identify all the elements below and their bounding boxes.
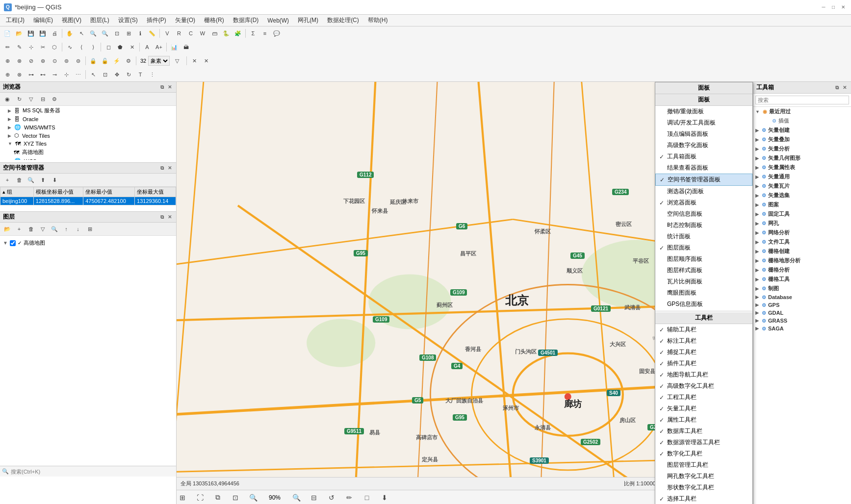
filter-btn[interactable]: ▽ (172, 55, 182, 66)
toolbar-menu-item-11[interactable]: 数字化工具栏 (655, 448, 752, 459)
toolbox-section-gdal[interactable]: ▶ ⚙ GDAL (753, 309, 851, 317)
bottom-extent-btn[interactable]: ⊟ (308, 492, 320, 504)
label-btn2[interactable]: A+ (154, 42, 164, 52)
browser-panel-undock[interactable]: ⧉ (159, 84, 165, 91)
select-feat-btn[interactable]: ◻ (103, 42, 114, 52)
db-manager-btn[interactable]: 🗃 (209, 28, 220, 39)
toolbar-menu-item-0[interactable]: 辅助工具栏 (655, 324, 752, 335)
bottom-box-btn[interactable]: □ (361, 492, 373, 504)
toolbox-section-vec-create[interactable]: ▶ ⚙ 矢量创建 (753, 126, 851, 135)
sum-btn[interactable]: Σ (248, 28, 258, 39)
pan-btn[interactable]: ✋ (64, 28, 75, 39)
python-btn[interactable]: 🐍 (221, 28, 232, 39)
print-btn[interactable]: 🖨 (49, 28, 60, 39)
toolbar-menu-item-4[interactable]: 地图导航工具栏 (655, 369, 752, 380)
deselect-btn[interactable]: ✕ (127, 42, 137, 52)
toolbar-menu-item-7[interactable]: 矢量工具栏 (655, 403, 752, 414)
r3-btn4[interactable]: ⊛ (37, 55, 48, 66)
panel-menu-item-8[interactable]: 浏览器面板 (655, 197, 752, 208)
panel-menu-item-0[interactable]: 撤销/重做面板 (655, 106, 752, 117)
close-button[interactable]: ✕ (839, 3, 847, 11)
toolbox-close-btn[interactable]: ✕ (841, 84, 848, 91)
toolbar-menu-item-13[interactable]: 网孔数字化工具栏 (655, 471, 752, 482)
r4-btn6[interactable]: ⊹ (61, 69, 72, 80)
toolbox-section-vec-attr[interactable]: ▶ ⚙ 矢量属性表 (753, 163, 851, 172)
r3-btn5[interactable]: ⊙ (49, 55, 60, 66)
panel-menu-item-5[interactable]: 结果查看器面板 (655, 162, 752, 174)
toolbox-section-network[interactable]: ▶ ⚙ 网络分析 (753, 228, 851, 237)
measure-btn[interactable]: 📏 (147, 28, 157, 39)
identify-btn[interactable]: ℹ (135, 28, 146, 39)
toolbox-section-raster-tool[interactable]: ▶ ⚙ 栅格工具 (753, 275, 851, 284)
panel-menu-item-4[interactable]: 工具箱面板 (655, 151, 752, 162)
panel-menu-item-16[interactable]: 鹰眼图面板 (655, 287, 752, 299)
save-btn[interactable]: 💾 (26, 28, 36, 39)
layers-up-btn[interactable]: ↑ (61, 224, 72, 234)
zoom-extent-btn[interactable]: ⊡ (111, 28, 122, 39)
r3-btn2[interactable]: ⊗ (14, 55, 25, 66)
snap-btn[interactable]: ✕ (189, 55, 200, 66)
add-raster-btn[interactable]: R (174, 28, 184, 39)
digitize-btn3[interactable]: ⊹ (26, 42, 36, 52)
browser-item-gaode[interactable]: 🗺 高德地图 (0, 148, 176, 157)
browser-item-wcs[interactable]: ▶ 🌐 WCS (0, 157, 176, 160)
browser-item-oracle[interactable]: ▶ 🗄 Oracle (0, 115, 176, 123)
r3-btn10[interactable]: ⚡ (111, 55, 122, 66)
panel-menu-item-15[interactable]: 瓦片比例面板 (655, 276, 752, 287)
toolbox-section-raster-create[interactable]: ▶ ⚙ 栅格创建 (753, 247, 851, 256)
new-project-btn[interactable]: 📄 (2, 28, 13, 39)
r3-btn1[interactable]: ⊕ (2, 55, 13, 66)
panel-menu-item-17[interactable]: GPS信息面板 (655, 299, 752, 310)
r4-btn5[interactable]: ⊸ (49, 69, 60, 80)
browser-item-vectortiles[interactable]: ▶ ⬡ Vector Tiles (0, 131, 176, 140)
toolbox-section-vec-geo[interactable]: ▶ ⚙ 矢量几何图形 (753, 153, 851, 163)
toolbox-section-raster-analysis[interactable]: ▶ ⚙ 栅格分析 (753, 265, 851, 275)
toolbox-section-cartography[interactable]: ▶ ⚙ 制图 (753, 284, 851, 293)
zoom-full-btn[interactable]: ⊞ (123, 28, 134, 39)
menu-edit[interactable]: 编辑(E) (29, 15, 57, 25)
menu-project[interactable]: 工程(J) (2, 15, 28, 25)
save-as-btn[interactable]: 💾 (37, 28, 48, 39)
panel-menu-item-13[interactable]: 图层顺序面板 (655, 253, 752, 265)
bookmarks-panel-undock[interactable]: ⧉ (159, 165, 165, 172)
browser-item-wmswmts[interactable]: ▶ 🌐 WMS/WMTS (0, 123, 176, 131)
select-btn[interactable]: ↖ (76, 28, 87, 39)
layer-visible-checkbox[interactable] (10, 240, 16, 246)
bm-zoom-btn[interactable]: 🔍 (26, 175, 36, 185)
menu-layer[interactable]: 图层(L) (86, 15, 113, 25)
r4-btn2[interactable]: ⊗ (14, 69, 25, 80)
toolbox-section-pattern[interactable]: ▶ ⚙ 图案 (753, 200, 851, 209)
r3-btn11[interactable]: ⚙ (123, 55, 134, 66)
label-btn1[interactable]: A (142, 42, 153, 52)
digitize-btn5[interactable]: ⬡ (49, 42, 60, 52)
adv-digit-btn1[interactable]: ∿ (64, 42, 75, 52)
minimize-button[interactable]: ─ (820, 3, 827, 11)
zoom-in-btn[interactable]: 🔍 (88, 28, 99, 39)
toolbar-menu-item-6[interactable]: 工程工具栏 (655, 392, 752, 403)
menu-settings[interactable]: 设置(S) (114, 15, 142, 25)
browser-refresh-btn[interactable]: ↻ (14, 94, 25, 104)
browser-item-mssql[interactable]: ▶ 🗄 MS SQL 服务器 (0, 106, 176, 115)
panel-menu-item-10[interactable]: 时态控制面板 (655, 220, 752, 231)
panel-menu-item-1[interactable]: 调试/开发工具面板 (655, 117, 752, 128)
r3-btn7[interactable]: ⊜ (73, 55, 83, 66)
menu-processing[interactable]: 数据处理(C) (323, 15, 363, 25)
zoom-out-btn[interactable]: 🔍 (100, 28, 110, 39)
menu-mesh[interactable]: 网孔(M) (294, 15, 322, 25)
adv-digit-btn2[interactable]: ⟨ (76, 42, 87, 52)
bottom-draw-btn[interactable]: ✏ (343, 492, 355, 504)
toolbar-menu-item-12[interactable]: 图层管理工具栏 (655, 459, 752, 471)
add-csv-btn[interactable]: C (185, 28, 196, 39)
panel-menu-item-3[interactable]: 高级数字化面板 (655, 140, 752, 151)
toolbox-section-file[interactable]: ▶ ⚙ 文件工具 (753, 237, 851, 247)
layers-filter-btn[interactable]: ▽ (37, 224, 48, 234)
panel-menu-item-14[interactable]: 图层样式面板 (655, 265, 752, 276)
bottom-download-btn[interactable]: ⬇ (379, 492, 390, 504)
open-project-btn[interactable]: 📂 (14, 28, 25, 39)
toolbox-section-vec-general[interactable]: ▶ ⚙ 矢量通用 (753, 172, 851, 181)
panel-menu-item-7[interactable]: 测选器(2)面板 (655, 186, 752, 197)
panel-menu-item-9[interactable]: 空间信息面板 (655, 208, 752, 220)
chart-btn[interactable]: ≡ (259, 28, 270, 39)
menu-database[interactable]: 数据库(D) (229, 15, 263, 25)
layers-delete-btn[interactable]: 🗑 (26, 224, 36, 234)
